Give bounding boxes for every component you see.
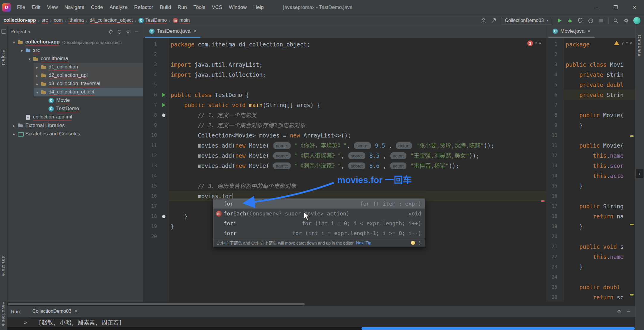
settings-gear-icon[interactable]: [623, 17, 629, 24]
menu-tools[interactable]: Tools: [190, 3, 209, 12]
code-line-13[interactable]: 13 this.scor: [547, 161, 635, 171]
tool-button-project[interactable]: Project: [1, 49, 6, 65]
code-line-5[interactable]: 5: [143, 80, 546, 90]
search-everywhere-icon[interactable]: [612, 17, 619, 24]
vcs-update-icon[interactable]: [480, 17, 487, 24]
tree-item-d1_collection[interactable]: ▸d1_collection: [7, 63, 143, 71]
tree-item-collection-app.iml[interactable]: collection-app.iml: [7, 113, 143, 121]
tool-windows-icon[interactable]: [1, 29, 6, 34]
code-line-12[interactable]: 12 movies.add(new Movie( name: "《唐人街探案》"…: [143, 151, 546, 161]
chevron-right-icon[interactable]: ▸: [34, 65, 41, 70]
menu-edit[interactable]: Edit: [28, 3, 43, 12]
completion-item-fori[interactable]: forifor (int i = 0; i < expr.length; i++…: [213, 218, 425, 228]
prev-problem-icon[interactable]: ^: [626, 41, 628, 45]
maximize-button[interactable]: [606, 0, 625, 15]
tool-button-structure[interactable]: Structure: [1, 255, 6, 276]
inspection-widget[interactable]: 1 ^ v: [527, 40, 541, 46]
tree-item-d2_collection_api[interactable]: ▸d2_collection_api: [7, 71, 143, 80]
console-scrollbar-thumb[interactable]: [361, 327, 635, 330]
code-line-7[interactable]: 7 public static void main(String[] args)…: [143, 100, 546, 110]
tree-item-External Libraries[interactable]: ▸External Libraries: [7, 121, 143, 130]
tree-item-Movie[interactable]: Movie: [7, 96, 143, 105]
tree-item-com.itheima[interactable]: ▾com.itheima: [7, 55, 143, 63]
code-area[interactable]: 1package com.itheima.d4_collection_objec…: [143, 38, 546, 302]
coverage-button[interactable]: [577, 17, 584, 24]
code-line-19[interactable]: 19 }: [547, 221, 635, 232]
chevron-down-icon[interactable]: ▾: [26, 57, 33, 61]
expand-arrow-icon[interactable]: ›: [636, 169, 643, 178]
breadcrumb-com[interactable]: com: [54, 18, 63, 24]
tool-button-favorites[interactable]: Favorites: [1, 301, 6, 323]
console-horizontal-scrollbar[interactable]: [7, 327, 635, 330]
code-line-4[interactable]: 4import java.util.Collection;: [143, 70, 546, 80]
code-line-22[interactable]: 22 this.name: [547, 252, 635, 262]
close-button[interactable]: ×: [625, 0, 644, 15]
tab-testdemo-java[interactable]: TestDemo.java ×: [145, 26, 200, 38]
tool-button-database[interactable]: Database: [637, 35, 642, 57]
chevron-down-icon[interactable]: ▾: [10, 40, 18, 45]
menu-help[interactable]: Help: [250, 3, 267, 12]
code-line-9[interactable]: 9 }: [547, 120, 635, 130]
debug-button[interactable]: [567, 17, 573, 24]
tree-item-d4_collection_object[interactable]: ▾d4_collection_object: [7, 88, 143, 96]
warning-stripe-mark[interactable]: [630, 135, 634, 137]
user-avatar[interactable]: [633, 17, 640, 24]
code-line-8[interactable]: 8 // 1、定义一个电影类: [143, 110, 546, 120]
menu-run[interactable]: Run: [174, 3, 190, 12]
run-icon[interactable]: [162, 93, 166, 97]
right-inspection-widget[interactable]: 7 ^ v: [614, 40, 632, 46]
run-button[interactable]: [556, 17, 563, 24]
code-line-10[interactable]: 10 Collection<Movie> movies = new ArrayL…: [143, 130, 546, 140]
warning-stripe-mark[interactable]: [630, 294, 634, 295]
error-stripe-mark[interactable]: [541, 200, 545, 202]
menu-view[interactable]: View: [44, 3, 61, 12]
rerun-icon[interactable]: »: [24, 319, 27, 326]
hide-panel-icon[interactable]: [133, 29, 140, 35]
profiler-button[interactable]: [587, 17, 594, 24]
code-line-11[interactable]: 11 public Movie(: [547, 140, 635, 151]
build-hammer-icon[interactable]: [491, 17, 497, 24]
breadcrumb-d4_collection_object[interactable]: d4_collection_object: [90, 18, 133, 24]
chevron-right-icon[interactable]: ▸: [34, 73, 41, 78]
stop-button[interactable]: [598, 17, 604, 24]
code-line-17[interactable]: 17 public String: [547, 201, 635, 211]
code-line-7[interactable]: 7: [547, 100, 635, 110]
project-panel-title[interactable]: Project: [10, 29, 26, 35]
menu-code[interactable]: Code: [88, 3, 106, 12]
code-line-6[interactable]: 6 private Strin: [547, 90, 635, 100]
next-tip-link[interactable]: Next Tip: [356, 240, 371, 245]
tree-item-d3_collection_traversal[interactable]: ▸d3_collection_traversal: [7, 80, 143, 88]
close-icon[interactable]: ×: [587, 28, 590, 34]
code-line-11[interactable]: 11 movies.add(new Movie( name: "《你好，李焕英》…: [143, 140, 546, 151]
code-line-6[interactable]: 6public class TestDemo {: [143, 90, 546, 100]
hide-run-panel-icon[interactable]: [626, 309, 631, 315]
tree-item-Scratches and Consoles[interactable]: ▸Scratches and Consoles: [7, 130, 143, 138]
code-line-18[interactable]: 18 return na: [547, 211, 635, 221]
more-options-icon[interactable]: ⋮: [417, 240, 422, 245]
menu-vcs[interactable]: VCS: [208, 3, 225, 12]
tree-item-TestDemo[interactable]: TestDemo: [7, 105, 143, 113]
menu-window[interactable]: Window: [225, 3, 250, 12]
chevron-down-icon[interactable]: ▾: [18, 49, 25, 53]
code-line-25[interactable]: 25 public doubl: [547, 282, 635, 292]
chevron-down-icon[interactable]: ▾: [28, 30, 30, 34]
breadcrumb-collection-app[interactable]: collection-app: [4, 18, 36, 24]
close-icon[interactable]: ×: [75, 308, 78, 314]
run-settings-gear-icon[interactable]: [616, 309, 622, 315]
code-line-20[interactable]: 20: [547, 232, 635, 242]
collapse-all-icon[interactable]: [116, 29, 123, 35]
menu-build[interactable]: Build: [157, 3, 174, 12]
code-line-23[interactable]: 23 }: [547, 262, 635, 272]
menu-navigate[interactable]: Navigate: [61, 3, 88, 12]
favorites-star-icon[interactable]: ★: [1, 322, 5, 328]
code-line-14[interactable]: 14 this.acto: [547, 171, 635, 181]
right-code-area[interactable]: 1package 23public class Movi4 private St…: [547, 38, 635, 302]
panel-settings-gear-icon[interactable]: [125, 29, 131, 35]
run-console[interactable]: » [赵敏, 小昭, 殷素素, 周芷若]: [7, 317, 635, 327]
chevron-right-icon[interactable]: ▸: [10, 123, 18, 128]
prev-problem-icon[interactable]: ^: [535, 41, 537, 46]
code-line-13[interactable]: 13 movies.add(new Movie( name: "《刺杀小说家》"…: [143, 161, 546, 171]
code-line-16[interactable]: 16: [547, 191, 635, 201]
close-icon[interactable]: ×: [193, 28, 196, 34]
breadcrumb-itheima[interactable]: itheima: [68, 18, 84, 24]
